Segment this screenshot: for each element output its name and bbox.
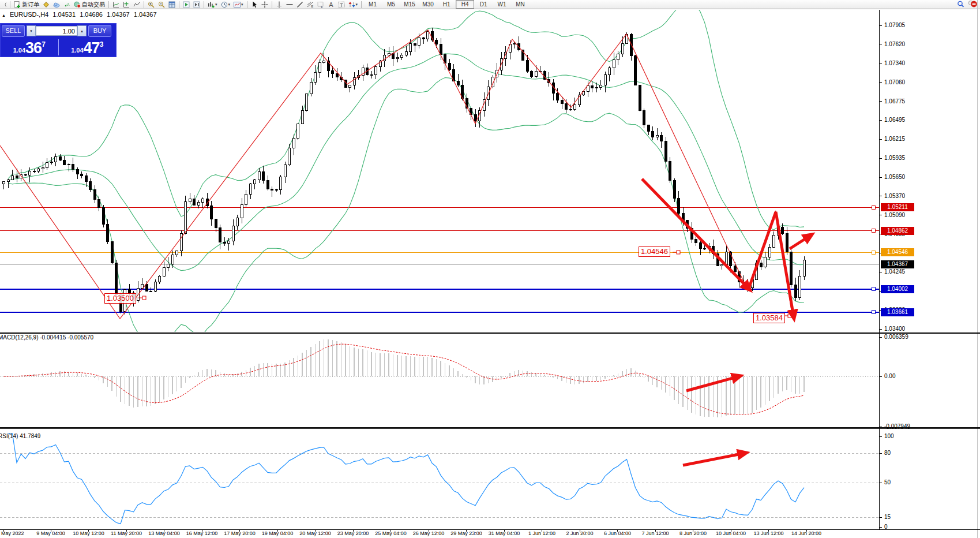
sell-price-prefix: 1.04 bbox=[13, 47, 25, 54]
time-tick-label: 26 May 12:00 bbox=[413, 530, 445, 536]
time-tick-label: 25 May 04:00 bbox=[375, 530, 407, 536]
volume-decrease-button[interactable]: ▾ bbox=[27, 25, 36, 36]
price-level-badge: 1.03661 bbox=[881, 308, 914, 316]
analyst-arrows[interactable] bbox=[642, 179, 810, 465]
ohlc-marker-icon: ▲ bbox=[2, 13, 6, 17]
sell-button[interactable]: SELL bbox=[2, 25, 25, 37]
pane-borders bbox=[0, 10, 980, 530]
chart-text-label[interactable]: 1.04546 bbox=[639, 246, 670, 257]
chart-canvas[interactable] bbox=[0, 0, 980, 538]
time-axis[interactable]: May 20229 May 04:0010 May 12:0011 May 20… bbox=[0, 530, 980, 538]
price-level-badge: 1.04862 bbox=[881, 227, 914, 235]
open-value: 1.04531 bbox=[52, 11, 76, 18]
macd-histogram bbox=[0, 339, 879, 417]
buy-button[interactable]: BUY bbox=[88, 25, 111, 37]
buy-price-pip: 3 bbox=[100, 40, 104, 48]
sell-price[interactable]: 1.04 36 7 bbox=[1, 38, 58, 57]
low-value: 1.04367 bbox=[107, 11, 130, 18]
zigzag-trendlines[interactable] bbox=[0, 30, 793, 319]
sell-price-big: 36 bbox=[25, 40, 42, 55]
price-axis[interactable] bbox=[880, 9, 980, 529]
time-tick-label: 10 May 12:00 bbox=[73, 530, 104, 536]
buy-price-big: 47 bbox=[84, 40, 100, 55]
chart-text-label[interactable]: 1.03584 bbox=[753, 313, 785, 323]
time-tick-label: 23 May 20:00 bbox=[337, 530, 369, 536]
time-tick-label: 19 May 04:00 bbox=[262, 530, 294, 536]
time-tick-label: 8 Jun 20:00 bbox=[679, 530, 707, 536]
text-label-anchors bbox=[138, 251, 791, 317]
time-tick-label: 13 May 04:00 bbox=[148, 530, 180, 536]
chart-text-label[interactable]: 1.03500 bbox=[104, 293, 136, 304]
high-value: 1.04686 bbox=[80, 11, 103, 18]
rsi-line bbox=[8, 434, 804, 524]
time-tick-label: 16 May 12:00 bbox=[186, 530, 218, 536]
time-tick-label: 20 May 12:00 bbox=[299, 530, 331, 536]
one-click-trading-panel: SELL ▾ ▴ BUY 1.04 36 7 1.04 47 3 bbox=[0, 23, 117, 57]
time-tick-label: 11 May 20:00 bbox=[111, 530, 142, 536]
time-tick-label: 14 Jun 20:00 bbox=[791, 530, 821, 536]
volume-increase-button[interactable]: ▴ bbox=[77, 25, 87, 36]
symbol-period: EURUSD-,H4 bbox=[10, 11, 48, 18]
volume-input[interactable] bbox=[36, 26, 77, 36]
time-tick-label: 6 Jun 04:00 bbox=[604, 530, 631, 536]
time-tick-label: 9 May 04:00 bbox=[36, 530, 65, 536]
time-tick-label: 1 Jun 12:00 bbox=[528, 530, 555, 536]
price-level-badge: 1.04002 bbox=[881, 285, 914, 293]
time-tick-label: 7 Jun 12:00 bbox=[641, 530, 669, 536]
buy-price[interactable]: 1.04 47 3 bbox=[59, 38, 117, 57]
sell-price-pip: 7 bbox=[42, 40, 46, 48]
buy-price-prefix: 1.04 bbox=[71, 47, 83, 54]
price-level-badge: 1.04546 bbox=[881, 248, 914, 256]
time-tick-label: 29 May 23:00 bbox=[450, 530, 482, 536]
rsi-level-lines bbox=[0, 453, 879, 517]
price-level-badge: 1.04367 bbox=[881, 260, 914, 268]
close-value: 1.04367 bbox=[134, 11, 157, 18]
price-level-badge: 1.05211 bbox=[881, 203, 914, 211]
macd-signal-line bbox=[4, 344, 805, 414]
time-tick-label: 17 May 20:00 bbox=[224, 530, 256, 536]
macd-label: MACD(12,26,9) -0.004415 -0.005570 bbox=[0, 334, 93, 341]
time-tick-label: 31 May 04:00 bbox=[489, 530, 520, 536]
time-tick-label: 2 Jun 20:00 bbox=[566, 530, 593, 536]
time-tick-label: 10 Jun 04:00 bbox=[716, 530, 746, 536]
time-tick-label: May 2022 bbox=[1, 530, 24, 536]
candlesticks bbox=[3, 28, 806, 315]
chart-title: ▲ EURUSD-,H4 1.04531 1.04686 1.04367 1.0… bbox=[2, 11, 159, 18]
rsi-label: RSI(14) 41.7849 bbox=[0, 433, 40, 439]
terminal-window: 新订单自动交易▾▾▾EFAT▾M1M5M15M30H1H4D1W1MN ▲ EU… bbox=[0, 0, 980, 538]
time-tick-label: 13 Jun 12:00 bbox=[753, 530, 783, 536]
